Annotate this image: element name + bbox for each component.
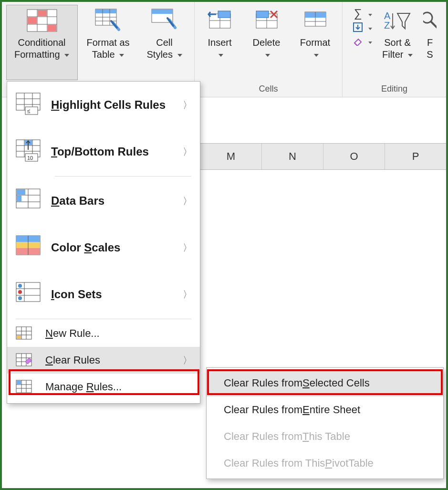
svg-rect-5 (38, 10, 47, 16)
format-as-table-icon (92, 7, 125, 34)
column-header[interactable]: O (323, 144, 385, 169)
menu-label: Color Scales (51, 241, 120, 254)
format-button[interactable]: Format (291, 5, 340, 80)
submenu-arrow-icon: 〉 (183, 288, 192, 301)
submenu-clear-entire-sheet[interactable]: Clear Rules from Entire Sheet (207, 396, 443, 423)
manage-rules-icon (16, 380, 33, 394)
menu-manage-rules[interactable]: Manage Rules... (7, 374, 200, 400)
sigma-icon: ∑ (352, 8, 364, 19)
menu-icon-sets[interactable]: Icon Sets 〉 (7, 271, 200, 318)
svg-text:A: A (384, 10, 391, 21)
submenu-clear-this-table: Clear Rules from This Table (207, 423, 443, 450)
ribbon-group-cells: Insert Delete (195, 2, 343, 97)
svg-text:≤: ≤ (27, 108, 31, 115)
submenu-arrow-icon: 〉 (183, 241, 192, 254)
highlight-cells-icon: ≤ (16, 93, 41, 117)
svg-rect-53 (17, 196, 21, 201)
clear-button[interactable] (352, 35, 372, 46)
svg-rect-7 (48, 25, 56, 31)
submenu-arrow-icon: 〉 (183, 195, 192, 208)
svg-rect-52 (17, 189, 25, 195)
ribbon-group-editing: ∑ A (343, 2, 446, 97)
fill-button[interactable] (352, 21, 372, 32)
submenu-clear-selected-cells[interactable]: Clear Rules from Selected Cells (207, 370, 443, 396)
menu-clear-rules[interactable]: Clear Rules 〉 (7, 347, 200, 374)
editing-group-label: Editing (381, 84, 407, 96)
menu-highlight-cells-rules[interactable]: ≤ Highlight Cells Rules 〉 (7, 82, 200, 128)
column-header[interactable]: M (200, 144, 262, 169)
find-select-label: FS (427, 37, 433, 61)
autosum-button[interactable]: ∑ (352, 8, 372, 19)
conditional-formatting-menu: ≤ Highlight Cells Rules 〉 10 Top/Bottom … (7, 81, 200, 404)
find-icon (423, 7, 437, 34)
svg-rect-6 (28, 17, 37, 24)
find-select-button[interactable]: FS (423, 5, 437, 80)
icon-sets-icon (16, 282, 41, 307)
svg-point-63 (18, 284, 22, 288)
svg-point-31 (423, 12, 432, 23)
color-scales-icon (16, 235, 41, 260)
menu-color-scales[interactable]: Color Scales 〉 (7, 224, 200, 271)
menu-separator (16, 319, 191, 319)
top-bottom-icon: 10 (16, 139, 41, 164)
svg-line-32 (431, 21, 437, 28)
cells-group-label: Cells (259, 84, 278, 96)
data-bars-icon (16, 188, 41, 213)
svg-rect-82 (17, 381, 21, 384)
insert-icon (203, 7, 237, 34)
column-headers: M N O P (200, 143, 446, 170)
sort-filter-button[interactable]: A Z Sort &Filter (376, 5, 419, 80)
svg-point-65 (18, 296, 22, 300)
submenu-arrow-icon: 〉 (183, 99, 192, 112)
insert-button[interactable]: Insert (197, 5, 243, 80)
submenu-clear-this-pivottable: Clear Rules from This PivotTable (207, 450, 443, 477)
format-icon (299, 7, 332, 34)
cell-styles-label: CellStyles (146, 37, 182, 61)
submenu-arrow-icon: 〉 (183, 354, 192, 367)
conditional-formatting-icon (25, 7, 59, 34)
menu-label: Icon Sets (51, 288, 102, 301)
svg-text:10: 10 (27, 155, 33, 161)
sort-filter-icon: A Z (381, 7, 414, 34)
delete-button[interactable]: Delete (243, 5, 291, 80)
menu-data-bars[interactable]: Data Bars 〉 (7, 177, 200, 224)
svg-point-64 (18, 290, 22, 294)
delete-label: Delete (253, 37, 281, 61)
editing-mini-buttons: ∑ (352, 5, 372, 46)
format-label: Format (300, 37, 330, 61)
clear-rules-submenu: Clear Rules from Selected Cells Clear Ru… (206, 367, 444, 479)
delete-icon (250, 7, 283, 34)
format-as-table-label: Format asTable (86, 37, 129, 61)
menu-label: Highlight Cells Rules (51, 98, 166, 112)
svg-rect-9 (95, 9, 116, 13)
menu-label: Top/Bottom Rules (51, 145, 149, 158)
conditional-formatting-label: ConditionalFormatting (14, 37, 69, 61)
svg-rect-19 (218, 11, 230, 18)
menu-label: Data Bars (51, 194, 104, 208)
column-header[interactable]: N (262, 144, 323, 169)
menu-separator (55, 176, 191, 177)
menu-label: Clear Rules (45, 354, 100, 366)
fill-down-icon (352, 22, 364, 32)
cell-styles-icon (148, 7, 181, 34)
format-as-table-button[interactable]: Format asTable (78, 5, 139, 80)
sort-filter-label: Sort &Filter (382, 37, 413, 61)
menu-top-bottom-rules[interactable]: 10 Top/Bottom Rules 〉 (7, 128, 200, 175)
menu-label: Manage Rules... (45, 381, 122, 393)
new-rule-icon (16, 326, 33, 341)
submenu-arrow-icon: 〉 (183, 146, 192, 158)
svg-rect-71 (17, 335, 21, 339)
svg-rect-23 (256, 11, 269, 18)
menu-label: New Rule... (45, 327, 100, 340)
eraser-icon (352, 36, 364, 46)
cell-styles-button[interactable]: CellStyles (139, 5, 190, 80)
insert-label: Insert (208, 37, 231, 61)
svg-text:Z: Z (384, 20, 390, 31)
clear-rules-icon (16, 353, 33, 367)
conditional-formatting-button[interactable]: ConditionalFormatting (6, 5, 78, 80)
column-header[interactable]: P (385, 144, 446, 169)
svg-rect-15 (152, 9, 173, 14)
menu-new-rule[interactable]: New Rule... (7, 320, 200, 347)
